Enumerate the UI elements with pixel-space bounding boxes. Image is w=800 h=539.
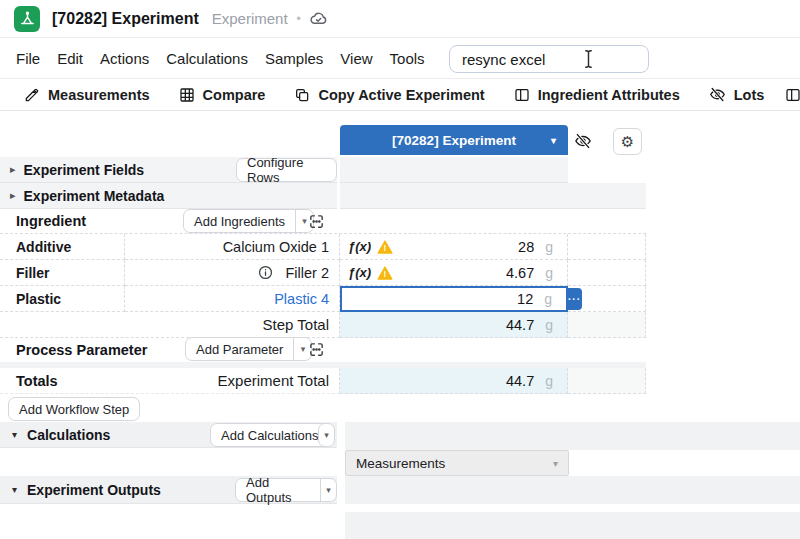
totals-label: Totals <box>16 373 58 389</box>
caret-down-icon: ▾ <box>324 430 329 440</box>
calculations-label: Calculations <box>27 427 110 443</box>
category-cell[interactable]: Plastic <box>0 286 125 312</box>
add-calculations-caret-button[interactable]: ▾ <box>318 423 335 447</box>
ingredient-attributes-button[interactable]: Ingredient Attributes <box>514 87 680 103</box>
ingredient-name-cell[interactable]: Plastic 4 <box>125 286 340 312</box>
totals-row: Totals Experiment Total 44.7 g <box>0 368 646 394</box>
titlebar: [70282] Experiment Experiment • <box>0 0 800 38</box>
value-cell[interactable]: ƒ(x) ! 28 g <box>340 234 568 260</box>
configure-rows-button[interactable]: Configure Rows <box>236 158 337 182</box>
app-logo-icon <box>14 6 40 32</box>
category-cell[interactable]: Additive <box>0 234 125 260</box>
menu-tools[interactable]: Tools <box>390 50 425 67</box>
add-ingredients-button[interactable]: Add Ingredients ▾ <box>183 209 314 233</box>
ingredient-table: Additive Calcium Oxide 1 ƒ(x) ! 28 g Fil… <box>0 233 646 338</box>
value-number: 12 <box>517 291 533 307</box>
experiment-fields-row[interactable]: ▸ Experiment Fields Configure Rows <box>0 157 337 183</box>
ingredient-name-cell[interactable]: Calcium Oxide 1 <box>125 234 340 260</box>
calculations-row[interactable]: ▾ Calculations Add Calculations ▾ <box>0 422 337 448</box>
unit-label: g <box>545 265 553 281</box>
active-experiment-header[interactable]: [70282] Experiment ▾ <box>340 125 568 155</box>
search-input[interactable]: resync excel <box>449 45 649 73</box>
compare-label: Compare <box>203 87 266 103</box>
menu-calculations[interactable]: Calculations <box>166 50 248 67</box>
menu-file[interactable]: File <box>16 50 40 67</box>
scan-icon[interactable] <box>308 213 325 230</box>
lots-label: Lots <box>734 87 765 103</box>
unit-label: g <box>545 373 553 389</box>
value-number: 44.7 <box>506 317 534 333</box>
add-workflow-step-label: Add Workflow Step <box>19 402 129 417</box>
eye-off-icon <box>709 86 726 103</box>
gear-icon: ⚙ <box>621 133 634 151</box>
cell-options-button[interactable]: ··· <box>567 288 582 310</box>
svg-text:!: ! <box>384 244 387 253</box>
unit-label: g <box>544 291 552 307</box>
experiment-metadata-row[interactable]: ▸ Experiment Metadata <box>0 183 337 209</box>
caret-down-icon[interactable]: ▾ <box>12 484 17 495</box>
experiment-fields-cell[interactable] <box>340 157 568 183</box>
add-outputs-button[interactable]: Add Outputs ▾ <box>235 478 337 502</box>
experiment-outputs-row[interactable]: ▾ Experiment Outputs Add Outputs ▾ <box>0 476 337 504</box>
grid-settings-button[interactable]: ⚙ <box>613 128 642 155</box>
unit-label: g <box>545 317 553 333</box>
ingredient-name[interactable]: Filler 2 <box>285 265 329 281</box>
warning-icon: ! <box>377 266 393 280</box>
add-parameter-button[interactable]: Add Parameter ▾ <box>185 337 312 361</box>
table-row-step-total: Step Total 44.7 g <box>0 312 646 338</box>
ingredient-name-cell[interactable]: Filler 2 <box>125 260 340 286</box>
experiment-metadata-cell[interactable] <box>340 183 646 209</box>
menu-edit[interactable]: Edit <box>57 50 83 67</box>
menu-view[interactable]: View <box>340 50 372 67</box>
caret-down-icon[interactable]: ▾ <box>551 135 556 146</box>
process-parameter-label: Process Parameter <box>16 342 147 358</box>
info-icon[interactable] <box>258 265 273 280</box>
add-calculations-button[interactable]: Add Calculations <box>210 423 330 447</box>
extra-cell <box>568 312 646 338</box>
page-title: [70282] Experiment <box>52 10 199 28</box>
search-value: resync excel <box>462 51 545 68</box>
bottom-panel-strip <box>345 512 800 539</box>
value-cell-editing[interactable]: 12 g ··· <box>340 286 568 312</box>
menu-samples[interactable]: Samples <box>265 50 323 67</box>
scan-icon[interactable] <box>308 341 325 358</box>
cloud-sync-icon <box>309 9 328 28</box>
experiment-fields-label: Experiment Fields <box>24 162 145 178</box>
value-number: 44.7 <box>506 373 534 389</box>
copy-active-experiment-button[interactable]: Copy Active Experiment <box>294 87 484 103</box>
hide-column-icon[interactable] <box>574 132 592 150</box>
caret-down-icon[interactable]: ▾ <box>320 479 336 501</box>
table-row-filler: Filler Filler 2 ƒ(x) ! 4.67 g <box>0 260 646 286</box>
svg-text:!: ! <box>384 270 387 279</box>
extra-cell[interactable] <box>568 234 646 260</box>
caret-right-icon[interactable]: ▸ <box>10 189 16 202</box>
caret-down-icon[interactable]: ▾ <box>12 429 17 440</box>
measurements-button[interactable]: Measurements <box>24 87 150 103</box>
warning-icon: ! <box>377 240 393 254</box>
grid-icon <box>179 87 195 103</box>
add-calculations-label: Add Calculations <box>221 428 319 443</box>
formula-icon: ƒ(x) <box>348 265 371 280</box>
value-number: 28 <box>518 239 534 255</box>
menu-actions[interactable]: Actions <box>100 50 149 67</box>
extra-cell[interactable] <box>568 260 646 286</box>
configure-rows-label: Configure Rows <box>247 155 326 185</box>
measurements-select-value: Measurements <box>356 456 445 471</box>
category-cell[interactable]: Filler <box>0 260 125 286</box>
text-cursor-icon <box>583 49 594 69</box>
ingredient-label: Ingredient <box>16 213 86 229</box>
add-workflow-step-button[interactable]: Add Workflow Step <box>8 397 140 421</box>
columns-button[interactable] <box>785 87 800 103</box>
value-cell[interactable]: ƒ(x) ! 4.67 g <box>340 260 568 286</box>
caret-right-icon[interactable]: ▸ <box>10 163 16 176</box>
value-number: 4.67 <box>506 265 534 281</box>
compare-button[interactable]: Compare <box>179 87 266 103</box>
add-ingredients-label: Add Ingredients <box>184 210 295 232</box>
measurements-select[interactable]: Measurements ▾ <box>345 450 569 476</box>
measurements-label: Measurements <box>48 87 150 103</box>
ingredient-link[interactable]: Plastic 4 <box>274 291 329 307</box>
active-experiment-label: [70282] Experiment <box>392 133 516 148</box>
ingredient-section-row: Ingredient Add Ingredients ▾ <box>0 209 337 233</box>
add-parameter-label: Add Parameter <box>186 338 293 360</box>
lots-button[interactable]: Lots <box>709 86 765 103</box>
